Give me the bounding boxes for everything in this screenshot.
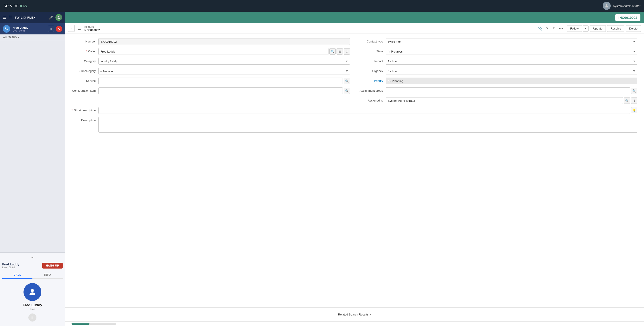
field-subcategory: Subcategory -- None -- bbox=[72, 68, 350, 74]
pause-big-button[interactable]: ⏸ bbox=[28, 314, 36, 322]
config-item-search-icon[interactable]: 🔍 bbox=[344, 88, 350, 94]
logo-area: servicenow. bbox=[4, 3, 28, 9]
field-short-description: * Short description 💡 bbox=[72, 107, 637, 114]
impact-label: Impact bbox=[359, 58, 386, 63]
paperclip-icon[interactable]: 📎 bbox=[538, 26, 542, 31]
servicenow-logo: servicenow. bbox=[4, 3, 28, 9]
svg-point-7 bbox=[553, 27, 554, 28]
flex-header: ☰ TWILIO FLEX 🎤 bbox=[0, 12, 65, 23]
incident-header: INC0010002 bbox=[65, 12, 644, 23]
hamburger-icon[interactable]: ☰ bbox=[3, 15, 6, 20]
assigned-to-control: 🔍 ℹ bbox=[386, 97, 637, 104]
progress-bar-inner bbox=[72, 323, 90, 325]
call-detail-section: ≡ Fred Luddy Live | 00:08 HANG UP CALL I… bbox=[0, 253, 65, 326]
priority-value: 5 - Planning bbox=[386, 78, 637, 84]
description-label: Description bbox=[72, 117, 98, 122]
caller-input[interactable] bbox=[98, 48, 328, 55]
subcategory-select[interactable]: -- None -- bbox=[98, 68, 350, 74]
short-desc-input-group: 💡 bbox=[98, 107, 637, 114]
tab-info[interactable]: INFO bbox=[32, 272, 62, 278]
related-search-label: Related Search Results bbox=[338, 313, 369, 316]
assigned-to-search-icon[interactable]: 🔍 bbox=[624, 98, 630, 104]
follow-dropdown-button[interactable]: ▾ bbox=[584, 26, 588, 32]
tasks-dropdown-icon[interactable]: ▾ bbox=[18, 36, 19, 39]
active-call-bar: Fred Luddy Live | 00:08 ⏸ bbox=[0, 23, 65, 34]
urgency-select[interactable]: 3 - Low bbox=[386, 68, 637, 74]
caller-info-icon[interactable]: ℹ bbox=[344, 48, 350, 54]
bottom-bar bbox=[65, 321, 644, 326]
subcategory-label: Subcategory bbox=[72, 68, 98, 73]
priority-control: 5 - Planning bbox=[386, 78, 637, 84]
hangup-call-button[interactable] bbox=[56, 26, 62, 32]
short-desc-suggest-icon[interactable]: 💡 bbox=[631, 107, 637, 113]
form-row-2: Caller 🔍 ⊞ ℹ State In Progre bbox=[72, 48, 637, 55]
category-select[interactable]: Inquiry / Help bbox=[98, 58, 350, 64]
required-star: * bbox=[72, 109, 73, 112]
assigned-to-input-group: 🔍 ℹ bbox=[386, 97, 637, 104]
back-button[interactable]: ‹ bbox=[68, 25, 75, 32]
config-item-input[interactable] bbox=[98, 88, 343, 94]
config-item-label: Configuration item bbox=[72, 88, 98, 92]
state-label: State bbox=[359, 48, 386, 53]
state-select[interactable]: In Progress bbox=[386, 48, 637, 55]
subcategory-control: -- None -- bbox=[98, 68, 350, 74]
config-item-input-group: 🔍 bbox=[98, 88, 350, 94]
incident-form-body: Number Contact type Twilio Flex bbox=[65, 34, 644, 308]
caller-input-group: 🔍 ⊞ ℹ bbox=[98, 48, 350, 55]
delete-button[interactable]: Delete bbox=[626, 25, 641, 32]
top-nav-right: System Administrator bbox=[603, 2, 640, 10]
microphone-icon[interactable]: 🎤 bbox=[49, 16, 53, 20]
short-desc-control: 💡 bbox=[98, 107, 637, 114]
field-assigned-to: Assigned to 🔍 ℹ bbox=[359, 97, 637, 104]
related-search-section: Related Search Results › bbox=[65, 308, 644, 321]
admin-avatar[interactable] bbox=[603, 2, 611, 10]
toolbar-title-area: Incident INC0010002 bbox=[84, 25, 534, 32]
assigned-to-info-icon[interactable]: ℹ bbox=[631, 98, 637, 104]
field-urgency: Urgency 3 - Low bbox=[359, 68, 637, 74]
assigned-to-input[interactable] bbox=[386, 97, 623, 104]
impact-select[interactable]: 3 - Low bbox=[386, 58, 637, 64]
settings-icon[interactable] bbox=[552, 26, 556, 31]
svg-point-1 bbox=[9, 16, 10, 16]
incident-form-subtitle: INC0010002 bbox=[84, 28, 534, 32]
assignment-group-label: Assignment group bbox=[359, 88, 386, 92]
hang-up-button[interactable]: HANG UP bbox=[42, 263, 62, 268]
service-input[interactable] bbox=[98, 78, 343, 84]
related-search-button[interactable]: Related Search Results › bbox=[334, 311, 375, 318]
number-input[interactable] bbox=[98, 38, 350, 45]
caller-search-icon[interactable]: 🔍 bbox=[330, 48, 336, 54]
description-textarea[interactable] bbox=[98, 117, 637, 132]
progress-bar-outer bbox=[72, 323, 116, 325]
caller-qr-icon[interactable]: ⊞ bbox=[336, 48, 343, 54]
contact-type-select[interactable]: Twilio Flex bbox=[386, 38, 637, 45]
flex-header-right: 🎤 bbox=[49, 14, 62, 21]
form-row-1: Number Contact type Twilio Flex bbox=[72, 38, 637, 45]
call-avatar-area: Fred Luddy Live ⏸ bbox=[2, 278, 62, 324]
priority-label[interactable]: Priority bbox=[359, 78, 386, 82]
main-layout: ☰ TWILIO FLEX 🎤 bbox=[0, 12, 644, 326]
activity-icon[interactable] bbox=[546, 26, 549, 31]
flex-header-left: ☰ TWILIO FLEX bbox=[3, 15, 36, 20]
toolbar-buttons: Follow ▾ Update Resolve Delete bbox=[567, 25, 641, 32]
svg-point-0 bbox=[606, 4, 608, 6]
all-tasks-bar[interactable]: ALL TASKS ▾ bbox=[0, 34, 65, 40]
assignment-group-input[interactable] bbox=[386, 88, 630, 94]
tab-call[interactable]: CALL bbox=[2, 272, 32, 278]
short-desc-input[interactable] bbox=[98, 107, 630, 114]
more-icon[interactable]: ••• bbox=[559, 26, 563, 30]
update-button[interactable]: Update bbox=[590, 25, 606, 32]
tasks-empty-area bbox=[0, 40, 65, 253]
empty-label bbox=[72, 97, 98, 99]
field-contact-type: Contact type Twilio Flex bbox=[359, 38, 637, 45]
follow-button[interactable]: Follow bbox=[567, 25, 582, 32]
resolve-button[interactable]: Resolve bbox=[607, 25, 624, 32]
pause-call-button[interactable]: ⏸ bbox=[48, 26, 54, 32]
field-service: Service 🔍 bbox=[72, 78, 350, 84]
menu-icon[interactable]: ☰ bbox=[77, 26, 81, 31]
assigned-to-label: Assigned to bbox=[359, 97, 386, 102]
form-row-5: Service 🔍 Priority 5 - Planning bbox=[72, 78, 637, 84]
assignment-group-input-group: 🔍 bbox=[386, 88, 637, 94]
service-search-icon[interactable]: 🔍 bbox=[344, 78, 350, 84]
flex-user-avatar[interactable] bbox=[56, 14, 62, 21]
assignment-group-search-icon[interactable]: 🔍 bbox=[631, 88, 637, 94]
